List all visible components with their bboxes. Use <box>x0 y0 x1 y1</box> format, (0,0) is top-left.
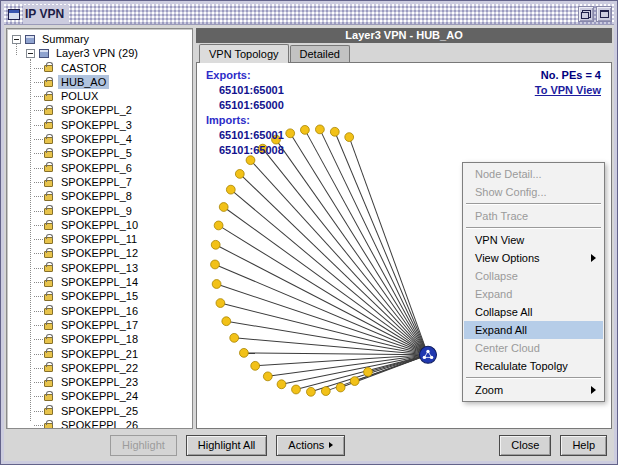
tree-item[interactable]: SPOKEPPL_12 <box>10 246 192 260</box>
tree-expand-handle[interactable] <box>26 49 35 58</box>
menu-item-recalulate-topolgy[interactable]: Recalulate Topolgy <box>464 357 603 375</box>
vpn-lock-icon <box>44 194 53 201</box>
close-button[interactable]: Close <box>499 435 551 456</box>
tree-item[interactable]: SPOKEPPL_26 <box>10 418 192 429</box>
topology-link <box>263 149 428 355</box>
tree-item[interactable]: Summary <box>10 32 192 46</box>
pe-node[interactable] <box>219 203 228 212</box>
window-title: IP VPN <box>23 5 69 24</box>
vpn-lock-icon <box>44 394 53 401</box>
menu-item-center-cloud: Center Cloud <box>464 339 603 357</box>
tree-item-selected[interactable]: HUB_AO <box>10 75 192 89</box>
vpn-lock-icon <box>44 208 53 215</box>
tree-item[interactable]: SPOKEPPL_2 <box>10 103 192 117</box>
pe-node[interactable] <box>321 387 330 396</box>
pe-node[interactable] <box>307 387 316 396</box>
pe-node[interactable] <box>277 380 286 389</box>
tree-item[interactable]: SPOKEPPL_23 <box>10 375 192 389</box>
tree-item[interactable]: SPOKEPPL_9 <box>10 204 192 218</box>
tab-bar: VPN Topology Detailed <box>196 43 612 62</box>
tree-item-label: SPOKEPPL_18 <box>58 332 141 346</box>
pe-node[interactable] <box>364 368 373 377</box>
tree-item[interactable]: SPOKEPPL_7 <box>10 175 192 189</box>
pe-node[interactable] <box>230 333 239 342</box>
tree-item-label: SPOKEPPL_22 <box>58 361 141 375</box>
pe-node[interactable] <box>336 383 345 392</box>
pe-node[interactable] <box>251 361 260 370</box>
highlight-button: Highlight <box>110 435 177 456</box>
ip-vpn-window: IP VPN SummaryLayer3 VPN (29)CASTORHUB_A… <box>0 0 618 465</box>
window-maximize-button[interactable] <box>596 6 612 22</box>
button-bar: Highlight Highlight All Actions Close He… <box>4 429 614 461</box>
export-value: 65101:65000 <box>206 98 284 113</box>
window-undock-button[interactable] <box>578 6 594 22</box>
tree-item[interactable]: SPOKEPPL_21 <box>10 347 192 361</box>
tree-item[interactable]: SPOKEPPL_17 <box>10 318 192 332</box>
tree-item[interactable]: SPOKEPPL_13 <box>10 261 192 275</box>
pe-node[interactable] <box>301 125 310 134</box>
tree-item[interactable]: SPOKEPPL_22 <box>10 361 192 375</box>
menu-item-zoom[interactable]: Zoom <box>464 381 603 399</box>
tree-item[interactable]: SPOKEPPL_6 <box>10 161 192 175</box>
tree-item[interactable]: SPOKEPPL_18 <box>10 332 192 346</box>
highlight-all-button[interactable]: Highlight All <box>186 435 267 456</box>
pe-info: No. PEs = 4 To VPN View <box>535 68 601 98</box>
tree-item[interactable]: CASTOR <box>10 61 192 75</box>
tree-item[interactable]: SPOKEPPL_3 <box>10 118 192 132</box>
menu-item-label: Zoom <box>475 384 503 396</box>
window-titlebar[interactable]: IP VPN <box>4 4 614 25</box>
vpn-lock-icon <box>44 265 53 272</box>
pe-node[interactable] <box>316 125 325 134</box>
tree-item[interactable]: SPOKEPPL_14 <box>10 275 192 289</box>
hub-node[interactable] <box>420 346 437 363</box>
pe-node[interactable] <box>214 221 223 230</box>
to-vpn-view-link[interactable]: To VPN View <box>535 83 601 98</box>
hub-glyph <box>426 350 429 353</box>
pe-node[interactable] <box>211 240 220 249</box>
tree-item-label: SPOKEPPL_5 <box>58 146 135 160</box>
tree-item-label: SPOKEPPL_15 <box>58 289 141 303</box>
tree-item[interactable]: SPOKEPPL_5 <box>10 146 192 160</box>
tree-item[interactable]: SPOKEPPL_24 <box>10 389 192 403</box>
tree-item[interactable]: SPOKEPPL_10 <box>10 218 192 232</box>
tab-vpn-topology[interactable]: VPN Topology <box>199 44 289 63</box>
pe-node[interactable] <box>345 133 354 142</box>
pe-node[interactable] <box>226 185 235 194</box>
tree-item-label: SPOKEPPL_23 <box>58 375 141 389</box>
titlebar-buttons <box>578 6 612 22</box>
pe-node[interactable] <box>350 377 359 386</box>
menu-item-expand-all[interactable]: Expand All <box>464 321 603 339</box>
help-button[interactable]: Help <box>560 435 607 456</box>
vpn-lock-icon <box>44 337 53 344</box>
pe-node[interactable] <box>212 280 221 289</box>
tree-item[interactable]: SPOKEPPL_8 <box>10 189 192 203</box>
tree-item[interactable]: POLUX <box>10 89 192 103</box>
menu-item-view-options[interactable]: View Options <box>464 249 603 267</box>
tree-item-label: SPOKEPPL_10 <box>58 218 141 232</box>
tree-expand-handle[interactable] <box>12 35 21 44</box>
tab-detailed[interactable]: Detailed <box>290 45 350 62</box>
pe-node[interactable] <box>292 385 301 394</box>
tree-item[interactable]: SPOKEPPL_11 <box>10 232 192 246</box>
pe-node[interactable] <box>286 129 295 138</box>
pe-node[interactable] <box>211 260 220 269</box>
tree-item[interactable]: SPOKEPPL_16 <box>10 304 192 318</box>
menu-separator <box>466 203 601 205</box>
menu-item-collapse-all[interactable]: Collapse All <box>464 303 603 321</box>
tree-item[interactable]: SPOKEPPL_25 <box>10 404 192 418</box>
tree-item-label: SPOKEPPL_7 <box>58 175 135 189</box>
tree-item[interactable]: SPOKEPPL_4 <box>10 132 192 146</box>
pe-node[interactable] <box>222 317 231 326</box>
pe-node[interactable] <box>263 372 272 381</box>
pe-node[interactable] <box>216 299 225 308</box>
menu-item-vpn-view[interactable]: VPN View <box>464 231 603 249</box>
tree-item[interactable]: SPOKEPPL_15 <box>10 289 192 303</box>
tree-item-label: SPOKEPPL_2 <box>58 103 135 117</box>
actions-button[interactable]: Actions <box>276 435 345 456</box>
menu-item-label: Collapse All <box>475 306 532 318</box>
pe-node[interactable] <box>240 348 249 357</box>
menu-item-label: Show Config... <box>475 186 547 198</box>
pe-node[interactable] <box>235 169 244 178</box>
pe-node[interactable] <box>330 127 339 136</box>
tree-item[interactable]: Layer3 VPN (29) <box>10 46 192 60</box>
